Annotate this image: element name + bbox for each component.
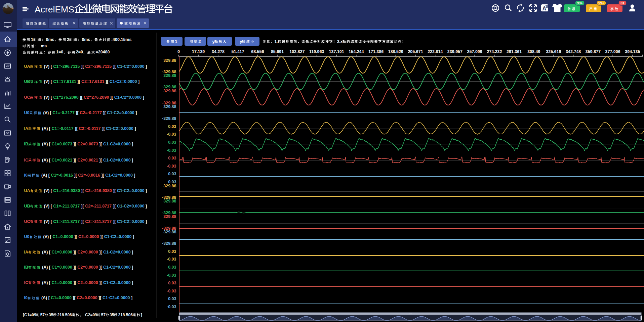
svg-text:UC: UC [24, 219, 30, 224]
svg-text:C2=-296.7115: C2=-296.7115 [85, 64, 112, 69]
svg-text:35: 35 [49, 313, 53, 317]
svg-text:(V) [: (V) [ [43, 64, 53, 69]
svg-text:17.139: 17.139 [192, 49, 205, 54]
svg-text:0.03: 0.03 [168, 124, 176, 129]
svg-text:(A) [: (A) [ [41, 280, 52, 285]
svg-text:][: ][ [72, 280, 77, 285]
svg-text:IA: IA [24, 250, 29, 255]
svg-text:C1=0.0073: C1=0.0073 [51, 142, 72, 146]
svg-text:][: ][ [99, 234, 104, 239]
svg-text:2.x: 2.x [337, 39, 343, 44]
svg-text:C1-C2=0.0000: C1-C2=0.0000 [114, 95, 142, 100]
svg-text:]: ] [134, 110, 137, 115]
svg-text:][: ][ [80, 64, 85, 69]
svg-text:394.135: 394.135 [625, 49, 640, 54]
svg-text:C1=0.0000: C1=0.0000 [52, 234, 73, 239]
svg-text:][: ][ [74, 126, 79, 131]
svg-text:0.03: 0.03 [168, 249, 176, 254]
svg-text:=20480: =20480 [95, 50, 110, 54]
svg-text:C1-C2=0.0000: C1-C2=0.0000 [103, 295, 130, 300]
svg-text:C2=0.0000: C2=0.0000 [78, 234, 99, 239]
svg-text:C2=0.0073: C2=0.0073 [77, 142, 98, 146]
svg-text:C2=-211.8717: C2=-211.8717 [85, 219, 112, 224]
svg-text:]: ] [131, 158, 133, 163]
svg-text:]: ] [131, 250, 133, 255]
svg-text:C2=-216.9380: C2=-216.9380 [85, 188, 112, 193]
svg-text:C2=0.0000: C2=0.0000 [77, 295, 97, 300]
svg-text:-0.03: -0.03 [167, 257, 176, 262]
svg-text:C1-C2=0.0000: C1-C2=0.0000 [106, 126, 133, 131]
svg-text:C2=0.0000: C2=0.0000 [77, 250, 98, 255]
svg-text:C1=17.6131: C1=17.6131 [53, 79, 76, 84]
svg-text:C1=0.0000: C1=0.0000 [51, 295, 72, 300]
svg-text:-0.03: -0.03 [167, 132, 176, 137]
svg-text:UA: UA [24, 188, 30, 193]
svg-text:y: y [240, 39, 242, 44]
svg-text:-ms: -ms [39, 44, 47, 48]
svg-text:274.232: 274.232 [487, 49, 502, 54]
svg-text:C1-C2=0.0000: C1-C2=0.0000 [103, 265, 131, 270]
svg-text:][: ][ [98, 158, 103, 163]
svg-text:C1-C2=0.0000: C1-C2=0.0000 [117, 64, 145, 69]
svg-text:-329.88: -329.88 [162, 241, 176, 246]
svg-text:][: ][ [100, 173, 105, 178]
svg-text:][: ][ [80, 219, 85, 224]
svg-text:C1=0.0021: C1=0.0021 [51, 158, 72, 163]
svg-text:C1=-211.8717: C1=-211.8717 [53, 219, 80, 224]
svg-text:2: 2 [198, 39, 201, 44]
svg-text:291.361: 291.361 [507, 49, 522, 54]
svg-text:C2=-211.8717: C2=-211.8717 [85, 204, 112, 209]
svg-text:][: ][ [76, 79, 81, 84]
svg-text:-0.03: -0.03 [167, 273, 176, 278]
svg-text:C1-C2=0.0000: C1-C2=0.0000 [103, 280, 131, 285]
svg-text:UB: UB [24, 79, 30, 84]
svg-text:(V) [: (V) [ [42, 110, 52, 115]
svg-text:(V) [: (V) [ [43, 204, 53, 209]
svg-text:IB: IB [24, 142, 29, 146]
svg-text:IB: IB [24, 265, 29, 270]
svg-text:][: ][ [112, 188, 117, 193]
svg-text:C1-C2=0.0000: C1-C2=0.0000 [107, 110, 134, 115]
svg-text:308.49: 308.49 [527, 49, 540, 54]
svg-text:137.101: 137.101 [329, 49, 344, 54]
svg-text:][: ][ [75, 110, 80, 115]
svg-text:][: ][ [73, 234, 78, 239]
svg-text:IC: IC [24, 280, 29, 285]
svg-text:-0.03: -0.03 [167, 164, 176, 169]
svg-text:81: 81 [620, 1, 625, 5]
svg-text:-329.88: -329.88 [162, 116, 176, 121]
svg-text:0.03: 0.03 [168, 265, 176, 270]
svg-text:C1=-211.8717: C1=-211.8717 [53, 204, 80, 209]
svg-text:C1-C2=0.0000: C1-C2=0.0000 [103, 142, 131, 146]
svg-text:C1=0.0000: C1=0.0000 [51, 265, 72, 270]
svg-text:U0: U0 [24, 234, 30, 239]
svg-text:C1-C2=0.0000: C1-C2=0.0000 [103, 250, 131, 255]
svg-text:(A) [: (A) [ [41, 250, 52, 255]
svg-text:99+: 99+ [577, 1, 583, 5]
svg-text:377.006: 377.006 [605, 49, 620, 54]
svg-text:2=0: 2=0 [76, 50, 83, 54]
svg-text:1: 1 [175, 39, 177, 44]
svg-text:188.529: 188.529 [388, 49, 403, 54]
svg-text::400.15ms: :400.15ms [111, 37, 132, 42]
svg-text:][: ][ [72, 265, 77, 270]
svg-text:325.619: 325.619 [546, 49, 561, 54]
svg-text:-0.03: -0.03 [167, 148, 176, 153]
svg-text:0ms: 0ms [82, 37, 90, 42]
svg-text:][: ][ [98, 280, 103, 285]
svg-text:C2=0.0000: C2=0.0000 [77, 265, 98, 270]
svg-text:0.03: 0.03 [168, 281, 176, 285]
svg-text:AcrelEMS: AcrelEMS [35, 4, 74, 14]
svg-text:]: ] [131, 234, 134, 239]
svg-text:][: ][ [72, 158, 77, 163]
svg-text:][: ][ [72, 250, 77, 255]
svg-text:C1-C2=0.0000: C1-C2=0.0000 [117, 204, 145, 209]
svg-text:C2=09: C2=09 [84, 313, 97, 317]
svg-text:0.03: 0.03 [168, 156, 176, 160]
svg-text:1=0: 1=0 [56, 50, 63, 54]
svg-text:154.244: 154.244 [349, 49, 364, 54]
svg-text:C2=-0.0016: C2=-0.0016 [78, 173, 100, 178]
svg-text:(V) [: (V) [ [42, 234, 52, 239]
svg-text:(V) [: (V) [ [43, 95, 53, 100]
svg-text:C1=-0.2177: C1=-0.2177 [52, 110, 75, 115]
